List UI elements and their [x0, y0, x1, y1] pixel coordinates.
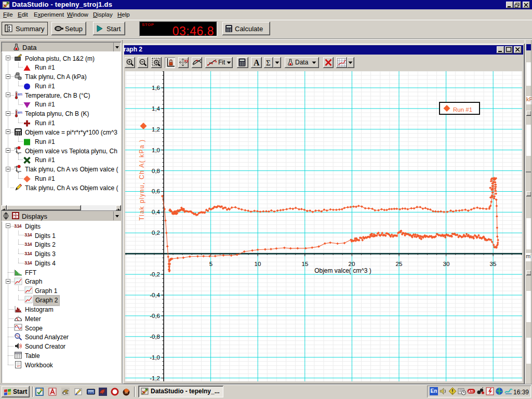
svg-text:Objem valce( cm^3 ): Objem valce( cm^3 ) — [314, 267, 371, 274]
svg-text:-1,2: -1,2 — [150, 375, 160, 381]
svg-text:0,8: 0,8 — [152, 168, 160, 174]
svg-text:x: x — [18, 152, 20, 155]
svg-text:30: 30 — [443, 261, 450, 267]
svg-text:Tlak plynu, Ch A( kPa ): Tlak plynu, Ch A( kPa ) — [138, 139, 145, 220]
svg-text:ATI: ATI — [468, 390, 473, 393]
svg-text:RTD: RTD — [18, 93, 22, 96]
svg-text:3.14: 3.14 — [14, 223, 22, 229]
svg-text:-0,2: -0,2 — [150, 271, 160, 277]
svg-text:-0,6: -0,6 — [150, 313, 160, 319]
svg-text:-0,8: -0,8 — [150, 334, 160, 340]
svg-text:0,4: 0,4 — [152, 209, 161, 215]
svg-text:20: 20 — [349, 261, 355, 267]
svg-text:xy: xy — [184, 58, 189, 63]
svg-text:10: 10 — [255, 261, 261, 267]
svg-text:1,6: 1,6 — [152, 85, 160, 91]
svg-text:1,2: 1,2 — [152, 126, 160, 132]
svg-text:15: 15 — [302, 261, 309, 267]
svg-text:-1,0: -1,0 — [150, 354, 160, 361]
svg-text:3.14: 3.14 — [24, 232, 32, 237]
svg-text:RTD: RTD — [18, 111, 22, 114]
svg-text:x: x — [18, 171, 20, 174]
svg-text:3.14: 3.14 — [24, 251, 32, 256]
svg-text:3.14: 3.14 — [24, 242, 32, 247]
svg-text:-0,4: -0,4 — [150, 292, 160, 298]
svg-text:1,4: 1,4 — [152, 105, 161, 112]
svg-text:y: y — [15, 147, 16, 150]
svg-text:5: 5 — [209, 261, 212, 267]
svg-text:0,2: 0,2 — [152, 230, 160, 236]
svg-text:Run #1: Run #1 — [453, 107, 472, 113]
svg-text:Σ: Σ — [266, 59, 271, 67]
svg-text:1,0: 1,0 — [152, 147, 160, 153]
svg-text:25: 25 — [396, 261, 403, 267]
svg-text:35: 35 — [490, 261, 497, 267]
svg-text:A: A — [254, 58, 260, 67]
svg-text:3.14: 3.14 — [24, 260, 32, 265]
svg-text:0,6: 0,6 — [152, 188, 160, 194]
svg-text:y: y — [15, 165, 16, 168]
